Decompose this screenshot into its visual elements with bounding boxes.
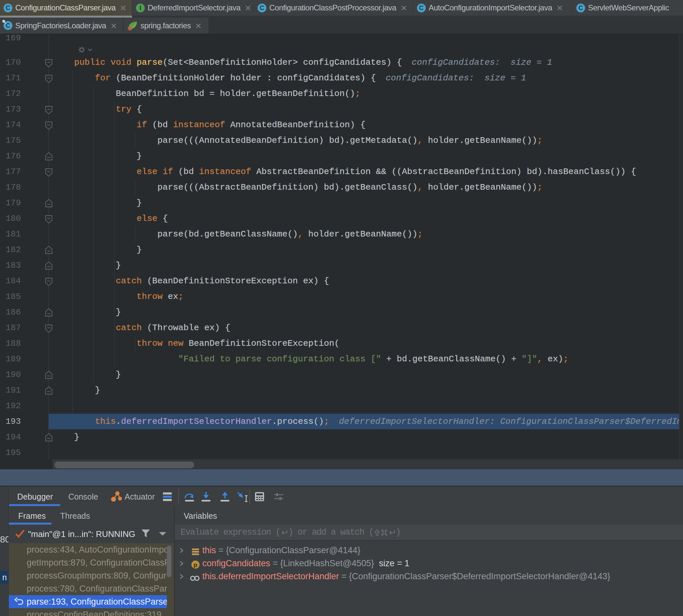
svg-text:C: C [6, 22, 10, 29]
svg-text:C: C [260, 4, 264, 12]
svg-text:C: C [6, 4, 10, 12]
svg-text:I: I [139, 4, 141, 12]
svg-text:C: C [419, 4, 424, 12]
svg-text:C: C [579, 4, 583, 12]
svg-text:p: p [194, 562, 197, 568]
